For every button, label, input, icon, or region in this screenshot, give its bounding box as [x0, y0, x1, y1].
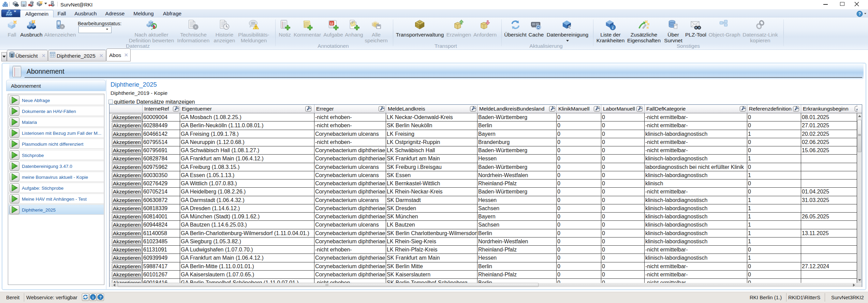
svg-text:12: 12 — [330, 22, 333, 25]
svg-text:i: i — [92, 295, 93, 299]
svg-text:Σ: Σ — [11, 54, 13, 58]
svg-text:?: ? — [858, 12, 861, 16]
svg-text:?: ? — [99, 295, 102, 299]
